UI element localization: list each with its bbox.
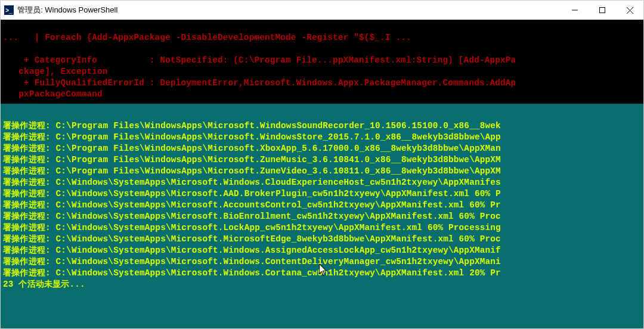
progress-path: C:\Program Files\WindowsApps\Microsoft.W…	[56, 132, 501, 142]
error-line: ... | Foreach {Add-AppxPackage -DisableD…	[3, 33, 411, 42]
minimize-button[interactable]	[561, 1, 589, 20]
progress-prefix: 署操作进程:	[3, 223, 56, 232]
progress-path: C:\Windows\SystemApps\Microsoft.LockApp_…	[56, 223, 501, 232]
progress-line: 署操作进程: C:\Windows\SystemApps\Microsoft.M…	[3, 234, 641, 245]
error-block: ... | Foreach {Add-AppxPackage -DisableD…	[1, 20, 643, 104]
progress-line: 署操作进程: C:\Program Files\WindowsApps\Micr…	[3, 166, 641, 177]
window-title: 管理员: Windows PowerShell	[17, 5, 561, 15]
progress-path: C:\Windows\SystemApps\Microsoft.Windows.…	[56, 178, 501, 187]
progress-path: C:\Windows\SystemApps\Microsoft.Microsof…	[56, 234, 501, 244]
footer-line: 23 个活动未显示...	[1, 279, 643, 290]
progress-prefix: 署操作进程:	[3, 268, 56, 278]
progress-prefix: 署操作进程:	[3, 212, 56, 221]
error-line: ckage], Exception	[3, 67, 108, 76]
progress-line: 署操作进程: C:\Windows\SystemApps\Microsoft.B…	[3, 211, 641, 222]
progress-line: 署操作进程: C:\Windows\SystemApps\Microsoft.A…	[3, 200, 641, 211]
progress-path: C:\Windows\SystemApps\Microsoft.Windows.…	[56, 246, 501, 255]
powershell-icon: >_	[4, 5, 14, 15]
progress-path: C:\Program Files\WindowsApps\Microsoft.Z…	[56, 166, 501, 176]
progress-path: C:\Windows\SystemApps\Microsoft.Windows.…	[56, 268, 501, 278]
progress-path: C:\Program Files\WindowsApps\Microsoft.W…	[56, 121, 501, 131]
progress-prefix: 署操作进程:	[3, 189, 56, 198]
window-controls	[561, 1, 643, 20]
maximize-button[interactable]	[589, 1, 616, 20]
error-line: + CategoryInfo : NotSpecified: (C:\Progr…	[3, 55, 516, 65]
close-button[interactable]	[616, 1, 643, 20]
progress-path: C:\Windows\SystemApps\Microsoft.AAD.Brok…	[56, 189, 501, 198]
progress-line: 署操作进程: C:\Program Files\WindowsApps\Micr…	[3, 154, 641, 166]
progress-line: 署操作进程: C:\Program Files\WindowsApps\Micr…	[3, 132, 641, 143]
progress-line: 署操作进程: C:\Windows\SystemApps\Microsoft.W…	[3, 256, 641, 268]
progress-line: 署操作进程: C:\Program Files\WindowsApps\Micr…	[3, 120, 641, 132]
progress-path: C:\Windows\SystemApps\Microsoft.Windows.…	[56, 257, 501, 266]
progress-line: 署操作进程: C:\Windows\SystemApps\Microsoft.W…	[3, 245, 641, 256]
progress-path: C:\Program Files\WindowsApps\Microsoft.X…	[56, 144, 501, 153]
progress-prefix: 署操作进程:	[3, 200, 56, 210]
progress-line: 署操作进程: C:\Windows\SystemApps\Microsoft.W…	[3, 177, 641, 188]
titlebar[interactable]: >_ 管理员: Windows PowerShell	[1, 1, 643, 20]
progress-block: 署操作进程: C:\Program Files\WindowsApps\Micr…	[1, 120, 643, 279]
progress-prefix: 署操作进程:	[3, 155, 56, 164]
error-line: pxPackageCommand	[3, 89, 103, 99]
progress-prefix: 署操作进程:	[3, 257, 56, 266]
progress-prefix: 署操作进程:	[3, 246, 56, 255]
error-line: + FullyQualifiedErrorId : DeploymentErro…	[3, 78, 516, 88]
progress-prefix: 署操作进程:	[3, 166, 56, 176]
progress-line: 署操作进程: C:\Windows\SystemApps\Microsoft.W…	[3, 268, 641, 279]
progress-path: C:\Windows\SystemApps\Microsoft.Accounts…	[56, 200, 501, 210]
powershell-window: >_ 管理员: Windows PowerShell ... | Foreach…	[0, 0, 644, 329]
terminal-area[interactable]: ... | Foreach {Add-AppxPackage -DisableD…	[1, 20, 643, 328]
progress-line: 署操作进程: C:\Program Files\WindowsApps\Micr…	[3, 143, 641, 154]
progress-line: 署操作进程: C:\Windows\SystemApps\Microsoft.L…	[3, 222, 641, 234]
progress-path: C:\Windows\SystemApps\Microsoft.BioEnrol…	[56, 212, 501, 221]
progress-prefix: 署操作进程:	[3, 234, 56, 244]
progress-prefix: 署操作进程:	[3, 178, 56, 187]
svg-rect-1	[600, 8, 605, 13]
progress-prefix: 署操作进程:	[3, 132, 56, 142]
progress-line: 署操作进程: C:\Windows\SystemApps\Microsoft.A…	[3, 188, 641, 200]
progress-prefix: 署操作进程:	[3, 144, 56, 153]
progress-path: C:\Program Files\WindowsApps\Microsoft.Z…	[56, 155, 501, 164]
progress-prefix: 署操作进程:	[3, 121, 56, 131]
